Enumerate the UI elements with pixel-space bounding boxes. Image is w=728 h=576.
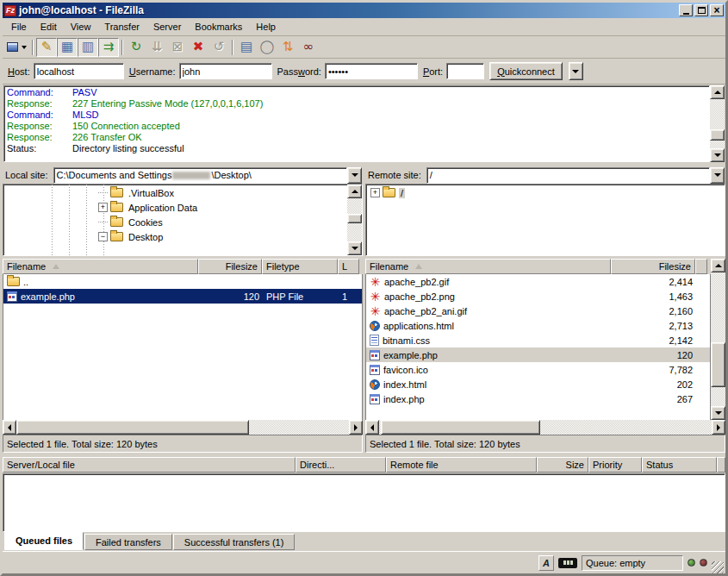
log-scrollbar[interactable] bbox=[710, 85, 725, 162]
plus-expander-icon[interactable]: + bbox=[98, 203, 108, 212]
column-header-l[interactable]: L bbox=[338, 259, 359, 274]
tree-item[interactable]: +Application Data bbox=[3, 200, 347, 215]
resize-grip[interactable] bbox=[712, 561, 724, 573]
scroll-left-button[interactable] bbox=[365, 420, 379, 435]
menu-edit[interactable]: Edit bbox=[34, 20, 64, 34]
column-header-filename[interactable]: Filename bbox=[365, 259, 611, 274]
scroll-track[interactable] bbox=[711, 272, 725, 406]
tree-item[interactable]: −Desktop bbox=[3, 229, 347, 244]
port-input[interactable] bbox=[446, 63, 484, 79]
toggle-local-tree-button[interactable]: ▦ bbox=[57, 38, 78, 57]
queue-column-remote-file[interactable]: Remote file bbox=[386, 457, 537, 473]
remote-list-scrollbar[interactable] bbox=[711, 259, 725, 420]
scroll-right-button[interactable] bbox=[349, 420, 363, 435]
scroll-track[interactable] bbox=[347, 198, 362, 241]
tree-item[interactable]: +/ bbox=[366, 185, 725, 200]
column-header-filetype[interactable]: Filetype bbox=[262, 259, 338, 274]
menu-view[interactable]: View bbox=[64, 20, 98, 34]
minus-expander-icon[interactable]: − bbox=[98, 232, 108, 241]
cell: 120 bbox=[612, 347, 696, 362]
cell: index.php bbox=[366, 391, 612, 406]
menu-server[interactable]: Server bbox=[146, 20, 188, 34]
scroll-thumb[interactable] bbox=[16, 420, 249, 435]
remote-status-text: Selected 1 file. Total size: 120 bytes bbox=[365, 435, 725, 453]
local-list-hscrollbar[interactable] bbox=[3, 420, 363, 435]
scroll-thumb[interactable] bbox=[711, 342, 725, 388]
tree-item[interactable]: Cookies bbox=[3, 215, 347, 229]
queue-column-directi[interactable]: Directi... bbox=[296, 457, 386, 473]
scroll-thumb[interactable] bbox=[381, 420, 540, 435]
scroll-track[interactable] bbox=[379, 420, 712, 435]
quickconnect-button[interactable]: Quickconnect bbox=[489, 62, 563, 80]
host-input[interactable] bbox=[34, 63, 124, 79]
toggle-remote-tree-button[interactable]: ▥ bbox=[78, 38, 98, 57]
scroll-down-button[interactable] bbox=[711, 406, 725, 420]
scroll-up-button[interactable] bbox=[347, 185, 362, 198]
toolbar: ✎▦▥⇉↻⇊⊠✖↺▤◯⇅∞ bbox=[3, 36, 725, 59]
scroll-track[interactable] bbox=[710, 99, 725, 148]
find-files-button[interactable]: ∞ bbox=[298, 38, 319, 57]
compare-directories-button[interactable]: ◯ bbox=[257, 38, 277, 57]
file-row[interactable]: .. bbox=[3, 274, 362, 289]
menu-transfer[interactable]: Transfer bbox=[97, 20, 146, 34]
username-input[interactable] bbox=[179, 63, 272, 79]
file-row[interactable]: example.php120 bbox=[366, 347, 710, 362]
local-path[interactable]: C:\Documents and Settings\Desktop\ bbox=[53, 167, 347, 184]
file-row[interactable]: applications.html2,713 bbox=[366, 318, 710, 333]
minimize-button[interactable] bbox=[679, 4, 693, 16]
quickconnect-dropdown-button[interactable] bbox=[569, 62, 583, 80]
disconnect-button[interactable]: ✖ bbox=[188, 38, 208, 57]
remote-list-hscrollbar[interactable] bbox=[365, 420, 725, 435]
close-button[interactable]: × bbox=[710, 4, 724, 16]
scroll-left-button[interactable] bbox=[3, 420, 16, 435]
menu-help[interactable]: Help bbox=[249, 20, 283, 34]
scroll-up-button[interactable] bbox=[710, 85, 725, 99]
file-row[interactable]: example.php120PHP File1 bbox=[3, 289, 362, 304]
file-row[interactable]: index.php267 bbox=[366, 391, 710, 406]
local-site-dropdown-button[interactable] bbox=[347, 167, 362, 184]
password-input[interactable] bbox=[325, 63, 418, 79]
remote-path[interactable]: / bbox=[426, 167, 710, 184]
open-site-manager-button[interactable] bbox=[4, 38, 29, 57]
column-header-filesize[interactable]: Filesize bbox=[198, 259, 262, 274]
tab-successful-transfers-1[interactable]: Successful transfers (1) bbox=[173, 534, 296, 550]
scroll-up-button[interactable] bbox=[711, 259, 725, 272]
synchronized-browsing-button[interactable]: ⇅ bbox=[277, 38, 298, 57]
menu-bookmarks[interactable]: Bookmarks bbox=[188, 20, 249, 34]
toolbar-separator bbox=[232, 40, 233, 55]
file-row[interactable]: bitnami.css2,142 bbox=[366, 333, 710, 347]
filename-text: applications.html bbox=[383, 321, 454, 331]
remote-site-combobox[interactable]: / bbox=[426, 167, 725, 184]
file-row[interactable]: ✳apache_pb2.png1,463 bbox=[366, 289, 710, 304]
queue-column-status[interactable]: Status bbox=[642, 457, 717, 473]
local-tree-scrollbar[interactable] bbox=[347, 185, 362, 255]
toggle-message-log-button[interactable]: ✎ bbox=[36, 38, 57, 57]
directory-listing-filter-button[interactable]: ▤ bbox=[236, 38, 257, 57]
scroll-down-button[interactable] bbox=[347, 241, 362, 255]
plus-expander-icon[interactable]: + bbox=[370, 188, 380, 197]
refresh-file-lists-button[interactable]: ↻ bbox=[126, 38, 146, 57]
column-header-filesize[interactable]: Filesize bbox=[611, 259, 695, 274]
file-row[interactable]: ✳apache_pb2.gif2,414 bbox=[366, 274, 710, 289]
scroll-thumb[interactable] bbox=[710, 129, 725, 141]
queue-column-size[interactable]: Size bbox=[537, 457, 588, 473]
scroll-thumb[interactable] bbox=[347, 214, 362, 223]
menu-file[interactable]: File bbox=[4, 20, 34, 34]
file-row[interactable]: index.html202 bbox=[366, 377, 710, 391]
transfer-queue-body[interactable] bbox=[3, 473, 725, 532]
scroll-right-button[interactable] bbox=[712, 420, 725, 435]
file-row[interactable]: favicon.ico7,782 bbox=[366, 362, 710, 377]
tab-queued-files[interactable]: Queued files bbox=[4, 532, 84, 550]
maximize-button[interactable] bbox=[694, 4, 708, 16]
toggle-transfer-queue-button[interactable]: ⇉ bbox=[98, 38, 119, 57]
local-site-combobox[interactable]: C:\Documents and Settings\Desktop\ bbox=[53, 167, 362, 184]
tree-item[interactable]: .VirtualBox bbox=[3, 185, 347, 200]
remote-site-dropdown-button[interactable] bbox=[710, 167, 725, 184]
tab-failed-transfers[interactable]: Failed transfers bbox=[84, 534, 172, 550]
queue-column-priority[interactable]: Priority bbox=[588, 457, 642, 473]
queue-column-server-local-file[interactable]: Server/Local file bbox=[3, 457, 296, 473]
file-row[interactable]: ✳apache_pb2_ani.gif2,160 bbox=[366, 304, 710, 318]
column-header-filename[interactable]: Filename bbox=[3, 259, 198, 274]
scroll-down-button[interactable] bbox=[710, 148, 725, 162]
scroll-track[interactable] bbox=[16, 420, 349, 435]
